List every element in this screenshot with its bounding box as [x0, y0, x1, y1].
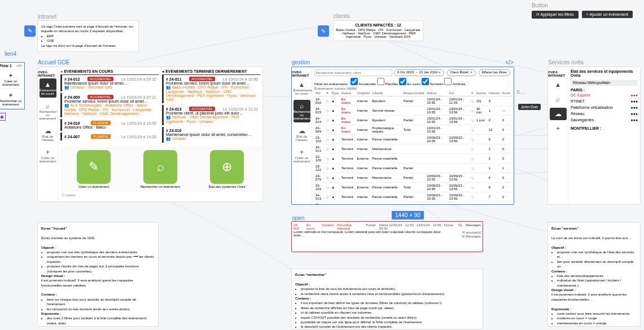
clients-names: Balou Horika · DPS Rallye · ITK · Komuno…: [336, 28, 420, 38]
add-event-button[interactable]: + Ajouter un événement: [582, 11, 633, 18]
flow-search-event[interactable]: +Rechercher un événement: [0, 89, 24, 109]
sidebar-create[interactable]: +Créer un événement: [40, 146, 56, 165]
date-filter[interactable]: 6 Oct 2023 → 13 Jan 2024 ×: [394, 69, 444, 76]
toolbar: Button ⟳ Appliquer les filtres + Ajouter…: [532, 2, 633, 19]
intranet-note: ✎ intranet Ce logo Ovéa pointera vers la…: [37, 20, 139, 52]
apply-filters-button[interactable]: ⟳ Appliquer les filtres: [532, 11, 579, 19]
event-card[interactable]: # 24-010Maintenance ipsum dolor sit amet…: [162, 127, 260, 143]
clear-filters[interactable]: Effacer les filtres: [479, 69, 510, 76]
notice0: ✎ notice0 Écran "Accueil" Écran d'entrée…: [37, 222, 159, 327]
toolbar-label: Button: [532, 2, 633, 8]
note-icon: ✎: [318, 25, 329, 37]
services-sidebar: OVEA INTRANET ▲ ⌕ ☁ +: [548, 67, 568, 204]
service-item[interactable]: DC Equinix●●●: [571, 92, 638, 98]
accueil-frame: Accueil GDE OVEA INTRANET ▲Événements en…: [37, 67, 263, 202]
search-event-button[interactable]: ⌕: [143, 150, 177, 184]
table-row[interactable]: 23-100♡▲TerminéExternePanne matérielle♡2…: [314, 154, 511, 164]
client-filter[interactable]: Client Bitdef. ×: [447, 69, 476, 76]
events-table: #id♥TypeStatutOriginelLibelléResponsable…: [314, 90, 511, 204]
event-card[interactable]: # 24-009 ACCIDENTELLe 13/01/24 à 07:21Pr…: [60, 93, 159, 117]
services-title: État des services et équipements Ovéa: [571, 69, 638, 77]
gestion-frame[interactable]: gestion </> OVEA INTRANET ▲Événements en…: [291, 67, 514, 205]
clients-frame: ✎ clients CLIENTS IMPACTÉS : 12 Balou Ho…: [333, 20, 423, 41]
notice2: ✎ notice2 Écran "rechercher" Objectif :p…: [291, 269, 483, 329]
create-event-button[interactable]: ✎: [77, 150, 111, 184]
clients-heading: CLIENTS IMPACTÉS : 12: [336, 23, 420, 27]
notice-link[interactable]: Notice: [66, 193, 76, 197]
accueil-sidebar: OVEA INTRANET ▲Événements en cours ⌕Rech…: [38, 67, 58, 201]
gestion-label: gestion: [292, 59, 310, 65]
col1-title: ÉVÉNEMENTS EN COURS: [64, 69, 113, 73]
services-frame: Services ovéa OVEA INTRANET ▲ ⌕ ☁ + État…: [547, 67, 641, 205]
table-row[interactable]: 23-102♡▲TerminéInternePanne matérielle10…: [314, 135, 511, 144]
code-icon[interactable]: </>: [506, 59, 514, 65]
service-item[interactable]: Sauvegardes●●●: [571, 117, 638, 123]
logo[interactable]: OVEA INTRANET: [292, 71, 312, 77]
open-label: open: [292, 215, 304, 221]
col2-title: ÉVÉNEMENTS TERMINÉS DERNIÈREMENT: [165, 69, 247, 73]
sidebar-events[interactable]: ▲Événements en cours: [40, 78, 56, 98]
flow-panel: Flow 1 </> +Créer un événement +Recherch…: [0, 62, 25, 109]
table-row[interactable]: 24-010♡▲En coursInterneEpsolemPartiel13/…: [314, 96, 511, 106]
truncated-label: S…: [516, 89, 525, 95]
event-card[interactable]: # 24-012 ACCIDENTELLe 13/01/24 à 09:10Ma…: [60, 75, 159, 91]
state-button[interactable]: ⊕: [210, 150, 244, 184]
note-icon: ✎: [24, 25, 36, 37]
sidebar-state[interactable]: ☁État de l'réseau: [40, 125, 56, 144]
intranet-label: intranet: [38, 13, 56, 21]
table-row[interactable]: 24-015♡▲En coursInterneService réseau13/…: [314, 106, 511, 116]
open-frame: open 24-009En coursIncidentPrévisible cl…: [291, 221, 483, 252]
table-row[interactable]: 23-079♡▲TerminéInterneMaintenancePartiel…: [314, 173, 511, 183]
lien4-label: lien4: [5, 51, 16, 57]
services-tab[interactable]: Réseau Métropolitain: [571, 80, 638, 86]
component-icon[interactable]: ◆: [0, 113, 6, 121]
services-label: Services ovéa: [548, 59, 584, 65]
selection-dimensions: 1440 × 90: [392, 211, 424, 219]
table-row[interactable]: 24-014♡▲En coursInterneEpsolemPartiel13/…: [314, 116, 511, 125]
sidebar-search[interactable]: ⌕Rechercher un événement: [40, 100, 56, 122]
event-card[interactable]: # 24-016 PLANIFIÉLe 13/01/24 à 18:00Arat…: [60, 119, 159, 131]
service-item[interactable]: Plateforme virtualisation●●●: [571, 104, 638, 111]
accueil-label: Accueil GDE: [38, 59, 70, 65]
service-item[interactable]: RTINET●●●: [571, 98, 638, 104]
flow-create-event[interactable]: +Créer un événement: [0, 69, 24, 89]
table-row[interactable]: 24-011♡▲TerminéInterneMaintenance♡10: [314, 144, 511, 154]
clients-label: clients: [334, 13, 349, 19]
notice3: ✎ notice3 Écran "services" Le nom de cet…: [547, 222, 641, 327]
table-row[interactable]: 21-013♡▲ArchivéInterneMaintenance♡: [314, 202, 511, 205]
logo[interactable]: OVEA INTRANET: [38, 71, 58, 77]
tooltip: John Doe: [518, 104, 541, 110]
intranet-text: Ce logo Ovéa pointera vers la page d'acc…: [41, 24, 135, 34]
event-card[interactable]: # 24-013 ACCIDENTELLe 13/01/24 à 13:10Pr…: [162, 105, 260, 125]
service-item[interactable]: Réseau●●●: [571, 111, 638, 117]
flow-title: Flow 1: [0, 64, 12, 68]
event-card[interactable]: # 24-007 PLANIFIÉLe 13/01/24 à 14:00: [60, 133, 159, 140]
event-card[interactable]: # 24-011 ACCIDENTELLe 10/01/24 à 10:00Pr…: [162, 75, 260, 103]
table-row[interactable]: 24-009♡▲En coursInterneProblématique net…: [314, 125, 511, 135]
search-input[interactable]: [314, 69, 392, 76]
table-row[interactable]: 24-013♡▲TerminéInternePanne matériellePa…: [314, 192, 511, 202]
gestion-sidebar: OVEA INTRANET ▲Événements en cours ⌕Rech…: [292, 67, 312, 204]
code-icon: </>: [16, 64, 22, 68]
table-row[interactable]: 23-103♡▲TerminéExternePanne matérielleTo…: [314, 183, 511, 192]
table-row[interactable]: 23-122♡▲TerminéInternePanne matériellePa…: [314, 164, 511, 173]
